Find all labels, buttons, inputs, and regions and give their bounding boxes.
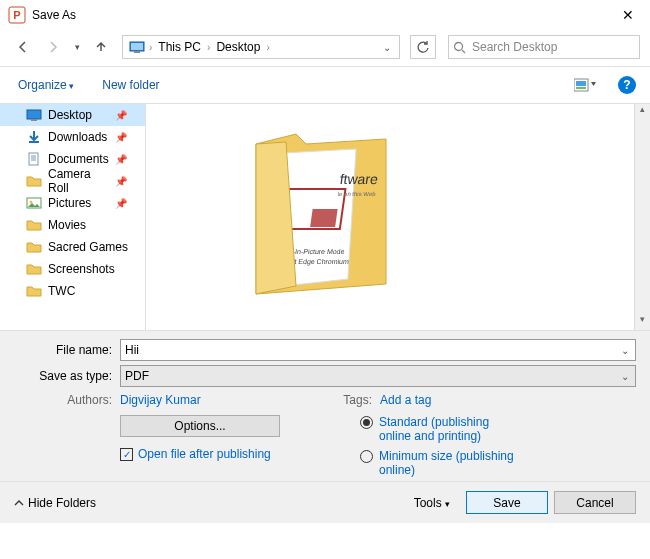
refresh-button[interactable] (410, 35, 436, 59)
svg-text:ftware: ftware (339, 171, 379, 187)
search-input[interactable]: Search Desktop (448, 35, 640, 59)
svg-rect-8 (576, 81, 586, 86)
svg-line-6 (462, 50, 465, 53)
pin-icon: 📌 (115, 132, 127, 143)
content-pane[interactable]: ftware le on this Web re-In-Picture Mode… (146, 104, 650, 330)
radio-standard-label: Standard (publishing online and printing… (379, 415, 519, 443)
tools-menu[interactable]: Tools ▾ (414, 496, 450, 510)
help-button[interactable]: ? (618, 76, 636, 94)
action-bar: Hide Folders Tools ▾ Save Cancel (0, 481, 650, 523)
sidebar-item-label: Pictures (48, 196, 91, 210)
svg-text:P: P (13, 9, 20, 21)
svg-rect-3 (131, 43, 143, 50)
content-scrollbar[interactable]: ▴ ▾ (634, 104, 650, 330)
app-icon: P (8, 6, 26, 24)
sidebar-item-movies[interactable]: Movies (0, 214, 145, 236)
hide-folders-button[interactable]: Hide Folders (14, 496, 96, 510)
folder-preview-icon: ftware le on this Web re-In-Picture Mode… (231, 114, 411, 309)
sidebar-item-label: Desktop (48, 108, 92, 122)
sidebar-item-pictures[interactable]: Pictures📌 (0, 192, 145, 214)
svg-rect-13 (29, 153, 38, 165)
open-after-label: Open file after publishing (138, 447, 271, 461)
sidebar-item-screenshots[interactable]: Screenshots (0, 258, 145, 280)
chevron-right-icon: › (266, 42, 269, 53)
search-icon (453, 41, 466, 54)
svg-rect-4 (134, 51, 140, 53)
pin-icon: 📌 (115, 110, 127, 121)
footer-panel: File name: Hii ⌄ Save as type: PDF ⌄ Aut… (0, 330, 650, 481)
folder-icon (26, 239, 42, 255)
sidebar-item-desktop[interactable]: Desktop📌 (0, 104, 145, 126)
downloads-icon (26, 129, 42, 145)
pictures-icon (26, 195, 42, 211)
pin-icon: 📌 (115, 198, 127, 209)
filename-input[interactable]: Hii ⌄ (120, 339, 636, 361)
folder-icon (26, 261, 42, 277)
svg-rect-20 (310, 209, 338, 227)
sidebar[interactable]: Desktop📌Downloads📌Documents📌Camera Roll📌… (0, 104, 146, 330)
pin-icon: 📌 (115, 176, 127, 187)
svg-point-5 (455, 42, 463, 50)
title-bar: P Save As ✕ (0, 0, 650, 30)
svg-rect-10 (27, 110, 41, 119)
recent-dropdown[interactable]: ▾ (70, 34, 84, 60)
organize-menu[interactable]: Organize (18, 78, 74, 92)
sidebar-item-label: Camera Roll (48, 167, 109, 195)
toolbar: Organize New folder ? (0, 67, 650, 103)
sidebar-item-label: Movies (48, 218, 86, 232)
window-title: Save As (32, 8, 605, 22)
radio-standard[interactable] (360, 416, 373, 429)
folder-icon (26, 283, 42, 299)
folder-icon (26, 217, 42, 233)
svg-text:re-In-Picture Mode: re-In-Picture Mode (286, 248, 345, 255)
cancel-button[interactable]: Cancel (554, 491, 636, 514)
documents-icon (26, 151, 42, 167)
save-button[interactable]: Save (466, 491, 548, 514)
sidebar-item-label: Sacred Games (48, 240, 128, 254)
savetype-label: Save as type: (14, 369, 120, 383)
savetype-select[interactable]: PDF ⌄ (120, 365, 636, 387)
forward-button[interactable] (40, 34, 66, 60)
chevron-up-icon (14, 498, 24, 508)
sidebar-item-label: Documents (48, 152, 109, 166)
sidebar-item-sacred-games[interactable]: Sacred Games (0, 236, 145, 258)
pin-icon: 📌 (115, 154, 127, 165)
new-folder-button[interactable]: New folder (102, 78, 159, 92)
svg-rect-9 (576, 87, 586, 89)
radio-minimum-label: Minimum size (publishing online) (379, 449, 519, 477)
sidebar-item-label: Downloads (48, 130, 107, 144)
sidebar-item-blank[interactable] (0, 302, 145, 324)
svg-text:le on this Web: le on this Web (337, 191, 376, 197)
nav-row: ▾ › This PC › Desktop › ⌄ Search Desktop (0, 30, 650, 64)
tags-value[interactable]: Add a tag (380, 393, 431, 407)
authors-label: Authors: (14, 393, 120, 407)
search-placeholder: Search Desktop (472, 40, 557, 54)
up-button[interactable] (88, 34, 114, 60)
breadcrumb[interactable]: › This PC › Desktop › ⌄ (122, 35, 400, 59)
sidebar-item-label: Screenshots (48, 262, 115, 276)
sidebar-item-label: TWC (48, 284, 75, 298)
blank-icon (26, 305, 42, 321)
crumb-root[interactable]: This PC (152, 40, 207, 54)
radio-minimum[interactable] (360, 450, 373, 463)
authors-value[interactable]: Digvijay Kumar (120, 393, 320, 407)
open-after-checkbox[interactable]: ✓ (120, 448, 133, 461)
sidebar-item-twc[interactable]: TWC (0, 280, 145, 302)
breadcrumb-dropdown[interactable]: ⌄ (377, 42, 397, 53)
filename-label: File name: (14, 343, 120, 357)
svg-rect-11 (31, 119, 37, 121)
crumb-current[interactable]: Desktop (210, 40, 266, 54)
sidebar-item-downloads[interactable]: Downloads📌 (0, 126, 145, 148)
chevron-down-icon[interactable]: ⌄ (621, 345, 629, 356)
chevron-down-icon[interactable]: ⌄ (621, 371, 629, 382)
desktop-icon (26, 107, 42, 123)
sidebar-item-camera-roll[interactable]: Camera Roll📌 (0, 170, 145, 192)
close-button[interactable]: ✕ (605, 0, 650, 30)
folder-icon (26, 173, 42, 189)
tags-label: Tags: (320, 393, 380, 407)
options-button[interactable]: Options... (120, 415, 280, 437)
pc-icon (129, 39, 145, 55)
view-options-button[interactable] (570, 74, 600, 96)
back-button[interactable] (10, 34, 36, 60)
